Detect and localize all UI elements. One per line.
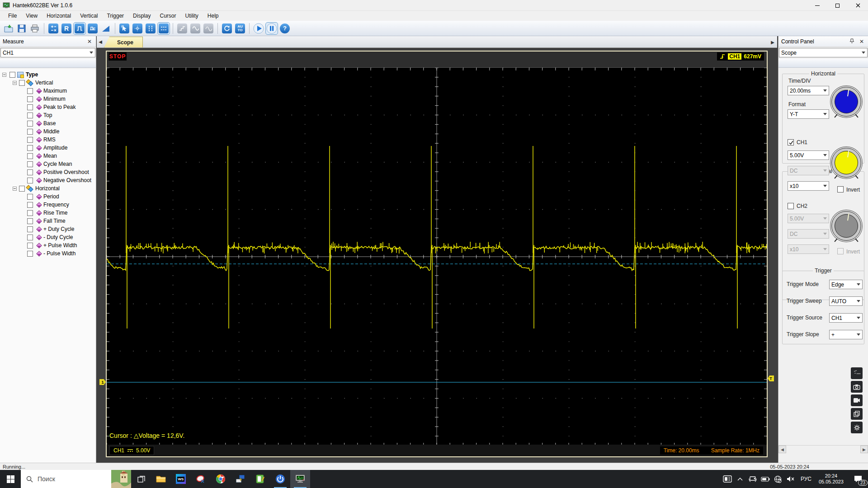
battery-icon[interactable] xyxy=(760,470,771,488)
taskbar-clock[interactable]: 20:24 05.05.2023 xyxy=(816,473,846,485)
reference-button[interactable]: R xyxy=(61,23,72,34)
ch1-volts-select[interactable]: 5.00V xyxy=(788,150,829,160)
tree-item[interactable]: Frequency xyxy=(27,201,69,209)
menu-utility[interactable]: Utility xyxy=(180,11,203,20)
pause-button[interactable] xyxy=(266,23,278,34)
tree-item[interactable]: + Pulse Width xyxy=(27,241,77,249)
volume-muted-icon[interactable] xyxy=(785,470,796,488)
menu-horizontal[interactable]: Horizontal xyxy=(42,11,75,20)
vertical-cursor-button[interactable] xyxy=(145,23,156,34)
taskbar-app-notes[interactable] xyxy=(250,470,270,488)
ch2-position-knob[interactable] xyxy=(831,211,861,241)
tree-item[interactable]: Minimum xyxy=(27,95,66,103)
tree-item[interactable]: - Duty Cycle xyxy=(27,233,73,241)
expander-icon[interactable] xyxy=(13,187,17,191)
tree-item[interactable]: Mean xyxy=(27,152,57,160)
ch2-checkbox[interactable] xyxy=(788,203,794,209)
taskbar-app-webstorm[interactable]: WS xyxy=(171,470,191,488)
measure-close-icon[interactable]: ✕ xyxy=(86,38,93,45)
checkbox[interactable] xyxy=(27,202,33,208)
tree-item[interactable]: Negative Overshoot xyxy=(27,176,91,184)
square-wave-button[interactable] xyxy=(74,23,85,34)
ch1-invert-checkbox[interactable] xyxy=(837,186,844,192)
maximize-button[interactable] xyxy=(827,0,848,11)
taskbar-app-power[interactable] xyxy=(270,470,290,488)
measure-channel-select[interactable]: CH1 xyxy=(0,48,95,57)
refresh-button[interactable] xyxy=(221,23,233,34)
settings-gear-button[interactable] xyxy=(851,422,863,433)
trigger-slope-select[interactable]: + xyxy=(829,330,863,339)
taskbar-app-remote[interactable] xyxy=(231,470,250,488)
help-button[interactable]: ? xyxy=(279,23,291,34)
checkbox[interactable] xyxy=(27,178,33,183)
start-button[interactable] xyxy=(0,470,21,488)
taskbar-app-explorer[interactable] xyxy=(151,470,171,488)
tab-scroll-left-icon[interactable]: ◀ xyxy=(97,36,104,47)
taskbar-app-chrome[interactable] xyxy=(211,470,231,488)
pulse-wave-button[interactable] xyxy=(87,23,99,34)
menu-file[interactable]: File xyxy=(4,11,21,20)
taskbar-app-snip[interactable] xyxy=(191,470,211,488)
tree-item[interactable]: Period xyxy=(27,192,59,201)
record-video-button[interactable] xyxy=(851,394,863,406)
checkbox[interactable] xyxy=(27,235,33,240)
search-highlight-image[interactable] xyxy=(111,470,131,488)
checkbox[interactable] xyxy=(19,186,25,192)
menu-cursor[interactable]: Cursor xyxy=(155,11,180,20)
cast-icon[interactable] xyxy=(747,470,758,488)
annotate-menu-button[interactable] xyxy=(851,367,863,379)
open-button[interactable] xyxy=(3,23,14,34)
timediv-select[interactable]: 20.00ms xyxy=(788,86,829,95)
scroll-right-icon[interactable]: ▶ xyxy=(860,446,868,453)
ramp-button[interactable] xyxy=(100,23,112,34)
tab-scope[interactable]: Scope xyxy=(104,37,143,47)
tree-node-type[interactable]: Type xyxy=(2,70,38,79)
checkbox[interactable] xyxy=(27,153,33,159)
news-widget-icon[interactable] xyxy=(722,470,733,488)
checkbox[interactable] xyxy=(27,88,33,94)
scroll-left-icon[interactable]: ◀ xyxy=(778,446,786,453)
math-button[interactable] xyxy=(47,23,59,34)
ch1-probe-select[interactable]: x10 xyxy=(788,181,829,191)
copy-button[interactable] xyxy=(851,408,863,420)
horizontal-cursor-button[interactable] xyxy=(158,23,170,34)
start-button[interactable] xyxy=(253,23,264,34)
checkbox[interactable] xyxy=(27,113,33,118)
screenshot-button[interactable] xyxy=(851,381,863,393)
control-panel-scrollbar[interactable]: ◀ ▶ xyxy=(778,445,868,453)
tree-item[interactable]: Peak to Peak xyxy=(27,103,75,111)
track-cursor-button[interactable] xyxy=(132,23,143,34)
print-button[interactable] xyxy=(29,23,41,34)
checkbox[interactable] xyxy=(27,218,33,224)
tree-item[interactable]: Cycle Mean xyxy=(27,160,72,168)
notification-center-button[interactable]: 23 xyxy=(848,470,868,488)
checkbox[interactable] xyxy=(27,169,33,175)
pin-icon[interactable] xyxy=(849,38,854,44)
trigger-mode-select[interactable]: Edge xyxy=(829,280,863,289)
checkbox[interactable] xyxy=(27,194,33,200)
menu-display[interactable]: Display xyxy=(128,11,155,20)
menu-help[interactable]: Help xyxy=(203,11,223,20)
control-panel-mode-select[interactable]: Scope xyxy=(779,48,868,57)
checkbox[interactable] xyxy=(27,137,33,143)
taskbar-search[interactable]: Поиск xyxy=(21,470,131,488)
checkbox[interactable] xyxy=(27,104,33,110)
menu-trigger[interactable]: Trigger xyxy=(103,11,129,20)
tree-item[interactable]: Rise Time xyxy=(27,209,67,217)
minimize-button[interactable] xyxy=(807,0,827,11)
pointer-button[interactable] xyxy=(118,23,130,34)
tray-chevron-up-icon[interactable] xyxy=(735,470,745,488)
auto-set-button[interactable]: AU TO xyxy=(234,23,246,34)
tree-item[interactable]: Middle xyxy=(27,127,59,136)
checkbox[interactable] xyxy=(27,121,33,127)
checkbox[interactable] xyxy=(27,145,33,151)
tree-item[interactable]: Top xyxy=(27,111,52,119)
tree-item[interactable]: Amplitude xyxy=(27,144,67,152)
timebase-knob[interactable] xyxy=(831,87,861,117)
close-button[interactable] xyxy=(848,0,868,11)
expander-icon[interactable] xyxy=(13,81,17,85)
checkbox[interactable] xyxy=(27,210,33,216)
checkbox[interactable] xyxy=(27,243,33,249)
tree-node-horizontal[interactable]: Horizontal xyxy=(13,184,60,192)
tab-scroll-right-icon[interactable]: ▶ xyxy=(769,36,776,48)
